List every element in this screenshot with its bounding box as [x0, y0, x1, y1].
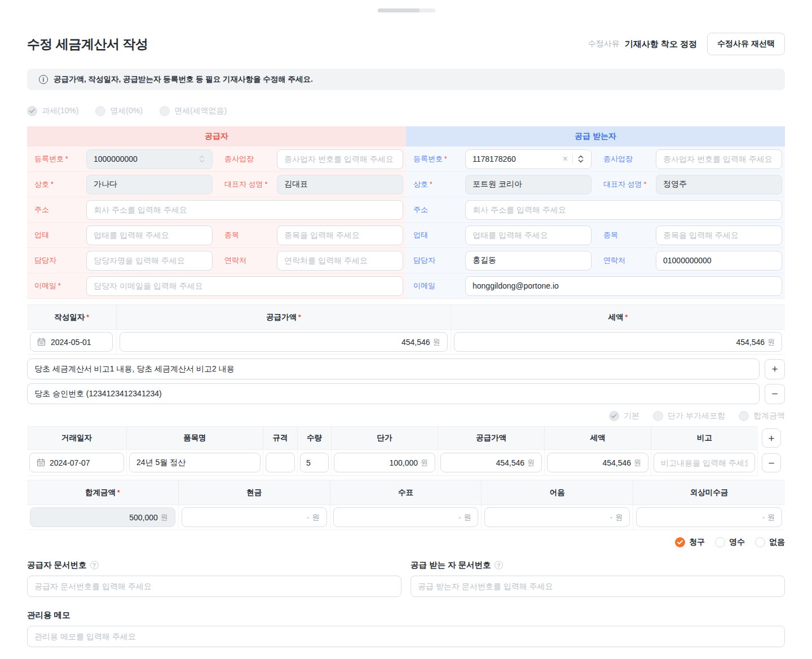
- receiver-panel-title: 공급 받는자: [406, 126, 785, 147]
- item-note-input[interactable]: [654, 453, 755, 472]
- radio-price-vat-included: 단가 부가세포함: [653, 411, 725, 421]
- radio-checked-disabled-icon: [27, 106, 37, 116]
- radio-receipt[interactable]: 영수: [715, 537, 745, 547]
- radio-unchecked-icon[interactable]: [715, 537, 725, 547]
- item-tax-header: 세액: [545, 426, 651, 450]
- radio-none[interactable]: 없음: [755, 537, 785, 547]
- supplier-docno-input[interactable]: [27, 576, 401, 597]
- receipt-type-radio-group: 청구 영수 없음: [27, 537, 785, 547]
- check-header: 수표: [330, 480, 482, 505]
- supplier-subbiz-label: 종사업장: [215, 154, 274, 164]
- receiver-subbiz-input[interactable]: [656, 149, 782, 169]
- write-date-header: 작성일자*: [27, 305, 117, 329]
- radio-checked-icon[interactable]: [675, 537, 685, 547]
- item-note-header: 비고: [651, 426, 758, 450]
- promissory-note-input[interactable]: -원: [484, 507, 630, 527]
- receiver-regno-input[interactable]: 1178178260 ×: [465, 149, 592, 169]
- receiver-contact-input[interactable]: [656, 251, 782, 271]
- item-spec-input[interactable]: [266, 453, 295, 472]
- tax-amount-input[interactable]: 454,546원: [454, 332, 783, 352]
- item-date-input[interactable]: 2024-07-07: [29, 453, 124, 472]
- radio-exempt: 면세(세액없음): [160, 106, 227, 116]
- invoice-memo-row-2: −: [27, 383, 785, 404]
- supplier-regno-label: 등록번호*: [27, 154, 83, 164]
- invoice-memo-input-2[interactable]: [27, 383, 760, 404]
- supplier-address-row: 주소: [27, 197, 406, 223]
- receiver-docno-input[interactable]: [411, 576, 785, 597]
- divider: [572, 154, 573, 163]
- item-unitprice-header: 단가: [332, 426, 438, 450]
- supplier-manager-label: 담당자: [27, 255, 83, 266]
- info-banner-text: 공급가액, 작성일자, 공급받는자 등록번호 등 필요 기재사항을 수정해 주세…: [54, 74, 313, 85]
- item-supply-header: 공급가액: [438, 426, 545, 450]
- receiver-manager-input[interactable]: [465, 251, 592, 271]
- receiver-bizitem-label: 종목: [594, 230, 653, 240]
- supplier-regno-row: 등록번호* 1000000000 종사업장: [27, 147, 406, 172]
- radio-billing[interactable]: 청구: [675, 537, 705, 547]
- help-icon[interactable]: ?: [495, 561, 503, 569]
- item-unitprice-input[interactable]: 100,000원: [334, 453, 435, 472]
- party-section: 공급자 등록번호* 1000000000 종사업장: [27, 126, 785, 299]
- radio-unchecked-icon[interactable]: [755, 537, 765, 547]
- remove-memo-button[interactable]: −: [765, 384, 785, 404]
- tax-amount-header: 세액*: [451, 305, 785, 329]
- radio-price-total: 합계금액: [739, 411, 785, 421]
- receiver-biztype-label: 업태: [406, 230, 462, 240]
- totals-table: 합계금액* 현금 수표 어음 외상미수금 500,000원 -원 -원: [27, 480, 785, 530]
- supply-amount-input[interactable]: 454,546원: [120, 332, 448, 352]
- add-item-button[interactable]: +: [762, 428, 781, 448]
- supplier-biztype-input[interactable]: [86, 225, 213, 245]
- receiver-ceo-label: 대표자 성명*: [594, 179, 653, 189]
- number-spinner-icon[interactable]: [577, 155, 584, 163]
- tax-type-radio-group: 과세(10%) 영세(0%) 면세(세액없음): [27, 106, 785, 116]
- receiver-biztype-row: 업태 종목: [406, 223, 785, 248]
- cash-input[interactable]: -원: [182, 507, 327, 527]
- supplier-company-label: 상호*: [27, 179, 83, 189]
- reselect-reason-button[interactable]: 수정사유 재선택: [707, 33, 785, 55]
- item-supply-input[interactable]: 454,546원: [440, 453, 542, 472]
- credit-input[interactable]: -원: [636, 507, 782, 527]
- item-name-input[interactable]: [129, 453, 261, 472]
- radio-price-basic: 기본: [609, 411, 639, 421]
- supplier-bizitem-input[interactable]: [277, 225, 403, 245]
- help-icon[interactable]: ?: [90, 561, 99, 569]
- supplier-panel-title: 공급자: [27, 126, 406, 147]
- receiver-company-row: 상호* 대표자 성명*: [406, 172, 785, 197]
- cash-header: 현금: [179, 480, 330, 505]
- clear-icon[interactable]: ×: [563, 154, 568, 164]
- supplier-manager-input[interactable]: [86, 251, 213, 271]
- item-tax-input[interactable]: 454,546원: [547, 453, 648, 472]
- items-table: 거래일자 품목명 규격 수량 단가 공급가액 세액 비고 + 2024-07-0…: [27, 426, 785, 476]
- supplier-contact-input[interactable]: [277, 251, 403, 271]
- total-amount-header: 합계금액*: [27, 480, 179, 505]
- price-mode-radio-group: 기본 단가 부가세포함 합계금액: [27, 411, 785, 421]
- supply-amount-header: 공급가액*: [117, 305, 451, 329]
- write-date-input[interactable]: 2024-05-01: [30, 332, 113, 352]
- add-memo-button[interactable]: +: [765, 359, 785, 379]
- invoice-memo-input-1[interactable]: [27, 359, 760, 379]
- admin-memo-input[interactable]: [27, 626, 785, 647]
- supplier-address-input[interactable]: [86, 200, 403, 220]
- admin-memo-label: 관리용 메모: [27, 610, 785, 621]
- remove-item-button[interactable]: −: [762, 453, 781, 472]
- supplier-subbiz-input[interactable]: [277, 149, 403, 169]
- supplier-ceo-label: 대표자 성명*: [215, 179, 274, 189]
- receiver-address-input[interactable]: [465, 200, 782, 220]
- item-qty-input[interactable]: [300, 453, 329, 472]
- check-input[interactable]: -원: [333, 507, 479, 527]
- receiver-bizitem-input[interactable]: [656, 225, 782, 245]
- supplier-panel: 공급자 등록번호* 1000000000 종사업장: [27, 126, 406, 299]
- total-amount-input: 500,000원: [30, 507, 175, 527]
- document-number-section: 공급자 문서번호 ? 공급 받는 자 문서번호 ?: [27, 560, 785, 597]
- receiver-panel: 공급 받는자 등록번호* 1178178260 × 종사업장: [406, 126, 785, 299]
- receiver-subbiz-label: 종사업장: [594, 154, 653, 164]
- receiver-regno-label: 등록번호*: [406, 154, 462, 164]
- receiver-biztype-input[interactable]: [465, 225, 592, 245]
- supplier-contact-label: 연락처: [215, 255, 274, 266]
- receiver-email-input[interactable]: [465, 276, 782, 296]
- supplier-email-input[interactable]: [86, 276, 403, 296]
- radio-unchecked-disabled-icon: [160, 106, 170, 116]
- info-icon: i: [39, 75, 48, 84]
- receiver-manager-row: 담당자 연락처: [406, 248, 785, 273]
- invoice-memo-row-1: +: [27, 359, 785, 379]
